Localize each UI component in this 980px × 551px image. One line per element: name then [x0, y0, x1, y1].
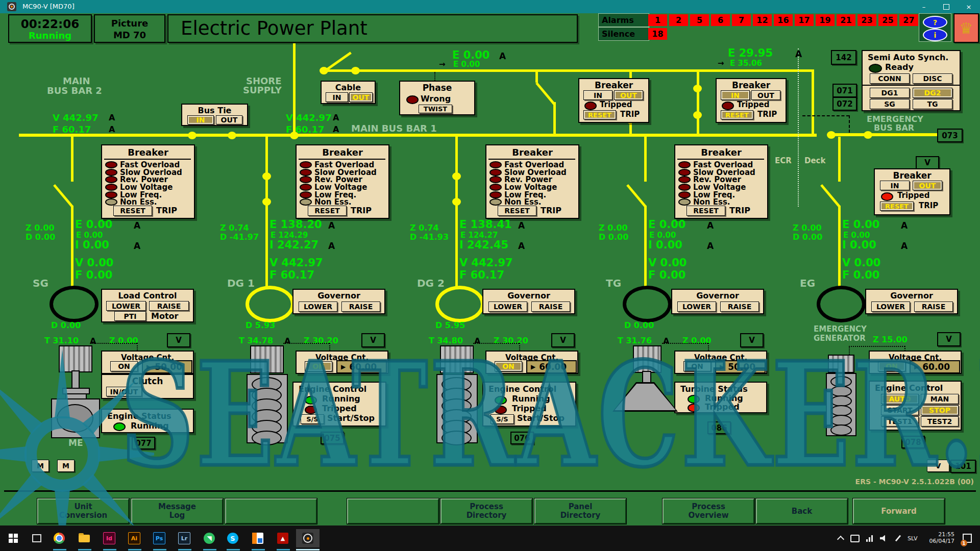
restore-button[interactable]: [935, 0, 958, 13]
alarm-number[interactable]: 7: [732, 14, 751, 26]
bus-tie-node: [228, 132, 236, 139]
lightroom-icon[interactable]: Lr: [174, 529, 194, 547]
start-button[interactable]: [3, 529, 23, 547]
eg-breaker-v-button[interactable]: V: [916, 156, 939, 169]
tag-071[interactable]: 071: [832, 84, 857, 97]
alarm-number[interactable]: 27: [899, 14, 918, 26]
notification-center-button[interactable]: 1: [960, 529, 975, 547]
alarm-number[interactable]: 17: [795, 14, 814, 26]
nav-process-directory-button[interactable]: ProcessDirectory: [440, 498, 532, 524]
eg-raise-button[interactable]: RAISE: [914, 302, 953, 312]
tray-language[interactable]: SLV: [908, 535, 917, 542]
sg-raise-button[interactable]: RAISE: [149, 301, 189, 311]
eg-breaker-in-button[interactable]: IN: [880, 181, 910, 190]
tray-network-icon[interactable]: [863, 529, 876, 547]
tray-chevron-icon[interactable]: [834, 529, 847, 547]
synch-conn-button[interactable]: CONN: [870, 73, 910, 84]
alarm-number[interactable]: 6: [711, 14, 730, 26]
tg-raise-button[interactable]: RAISE: [720, 302, 759, 312]
synch-disc-button[interactable]: DISC: [913, 73, 952, 84]
bus-tie-in-button[interactable]: IN: [187, 115, 214, 124]
alarm-number-row[interactable]: 12567121617192123252728: [648, 14, 939, 26]
task-view-button[interactable]: [27, 529, 47, 547]
tg-lower-button[interactable]: LOWER: [677, 302, 716, 312]
breaker-reset-button[interactable]: RESET: [687, 206, 725, 216]
file-explorer-icon[interactable]: [74, 529, 94, 547]
chrome-icon[interactable]: [49, 529, 69, 547]
nav-forward-button[interactable]: Forward: [853, 498, 945, 524]
twist-button[interactable]: TWIST: [419, 105, 452, 113]
cable-out-button[interactable]: OUT: [349, 92, 373, 102]
silenced-alarm-row[interactable]: 18: [648, 28, 667, 40]
cable-in-button[interactable]: IN: [326, 92, 348, 102]
breaker-reset-button[interactable]: RESET: [113, 206, 152, 216]
shore-breaker-reset-button[interactable]: RESET: [583, 110, 616, 119]
tag-072[interactable]: 072: [832, 97, 857, 111]
breaker-reset-button[interactable]: RESET: [498, 206, 536, 216]
synch-tg-button[interactable]: TG: [913, 99, 952, 109]
nav-blank-button-2[interactable]: [347, 498, 439, 524]
breaker-reset-button[interactable]: RESET: [308, 206, 347, 216]
synch-dg1-button[interactable]: DG1: [870, 88, 910, 98]
alarm-number[interactable]: 1: [648, 14, 667, 26]
tray-clock[interactable]: 21:55 06/04/17: [926, 531, 954, 544]
nav-back-button[interactable]: Back: [756, 498, 848, 524]
sg-lower-button[interactable]: LOWER: [106, 301, 146, 311]
nav-process-overview-button[interactable]: ProcessOverview: [663, 498, 754, 524]
alarm-number[interactable]: 23: [857, 14, 876, 26]
minimize-button[interactable]: –: [913, 0, 935, 13]
photoshop-icon[interactable]: Ps: [149, 529, 169, 547]
silence-button[interactable]: Silence: [598, 27, 649, 41]
eg-breaker-out-button[interactable]: OUT: [913, 181, 942, 190]
tray-pen-icon[interactable]: [891, 529, 904, 547]
dg1-raise-button[interactable]: RAISE: [341, 302, 380, 312]
simulator-app-button[interactable]: [296, 529, 320, 547]
dg2-lower-button[interactable]: LOWER: [488, 302, 527, 312]
breaker-alarm-led: [300, 161, 312, 168]
eg-lower-button[interactable]: LOWER: [871, 302, 910, 312]
shore-breaker-in-button[interactable]: IN: [583, 90, 612, 100]
bus-tie-out-button[interactable]: OUT: [216, 115, 242, 124]
dg2-raise-button[interactable]: RAISE: [531, 302, 570, 312]
alarm-number[interactable]: 16: [774, 14, 793, 26]
alarm-number[interactable]: 25: [878, 14, 897, 26]
shore-breaker-out-button[interactable]: OUT: [614, 90, 643, 100]
close-button[interactable]: ×: [958, 0, 980, 13]
synch-sg-button[interactable]: SG: [870, 99, 910, 109]
dg1-lower-button[interactable]: LOWER: [299, 302, 337, 312]
evernote-icon[interactable]: ◥: [199, 529, 219, 547]
alarm-number[interactable]: 5: [690, 14, 709, 26]
indesign-icon[interactable]: Id: [99, 529, 119, 547]
alarm-number[interactable]: 21: [837, 14, 855, 26]
tray-volume-icon[interactable]: [877, 529, 890, 547]
nav-panel-directory-button[interactable]: PanelDirectory: [534, 498, 626, 524]
alarm-number[interactable]: 2: [669, 14, 688, 26]
help-icon[interactable]: ?: [923, 16, 947, 29]
tag-073[interactable]: 073: [937, 129, 963, 142]
info-icon[interactable]: i: [923, 29, 947, 41]
synch-breaker-out-button[interactable]: OUT: [751, 90, 780, 100]
synch-breaker-in-button[interactable]: IN: [721, 90, 750, 100]
dg1-name: DG 1: [227, 277, 255, 289]
alarm-number[interactable]: 12: [753, 14, 772, 26]
eg-breaker-reset-button[interactable]: RESET: [880, 202, 914, 211]
alarms-button[interactable]: Alarms: [598, 13, 649, 27]
synch-dg2-button[interactable]: DG2: [913, 88, 952, 98]
silenced-alarm-number[interactable]: 18: [648, 28, 667, 40]
acrobat-icon[interactable]: ▲: [273, 529, 293, 547]
mail-app-icon[interactable]: [248, 529, 268, 547]
tray-tablet-icon[interactable]: [848, 529, 862, 547]
synch-breaker-reset-button[interactable]: RESET: [721, 110, 753, 119]
alarm-number[interactable]: 19: [816, 14, 835, 26]
sg-pti-button[interactable]: PTI: [114, 311, 146, 321]
eg-governor-panel: Governor LOWER RAISE: [865, 289, 958, 314]
nav-blank-button-1[interactable]: [225, 498, 317, 524]
tg-impedance: Z 0.00: [599, 223, 628, 233]
sg-motor-label: Motor: [151, 311, 178, 321]
breaker-alarm-led: [678, 191, 691, 198]
breaker-alarm-label: Low Voltage: [504, 184, 557, 191]
tag-142[interactable]: 142: [831, 50, 856, 65]
nav-label: Directory: [560, 511, 601, 520]
skype-icon[interactable]: S: [223, 529, 243, 547]
illustrator-icon[interactable]: Ai: [124, 529, 144, 547]
